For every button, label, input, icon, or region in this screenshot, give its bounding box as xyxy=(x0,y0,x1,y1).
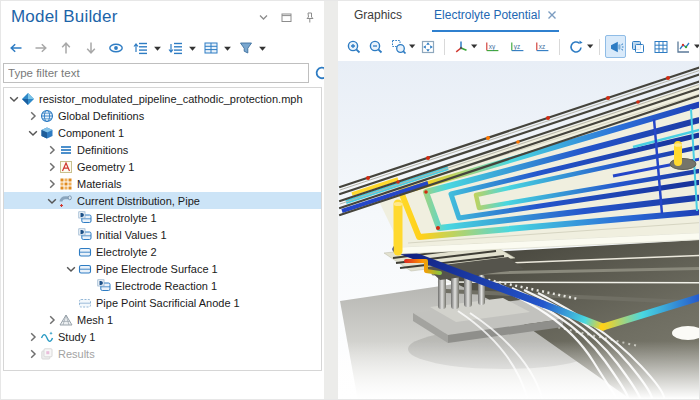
go-to-xy-view-button[interactable]: xy xyxy=(480,35,504,58)
graphics-panel: GraphicsElectrolyte Potential xyyzxz xyxy=(338,1,700,400)
chevron-expanded-icon[interactable] xyxy=(27,127,39,139)
electrolyte-potential-plot xyxy=(338,61,700,400)
close-tab-icon[interactable] xyxy=(547,10,557,20)
tree-item-definitions[interactable]: Definitions xyxy=(4,141,321,158)
tree-item-label: Initial Values 1 xyxy=(96,229,167,241)
node-plain-icon xyxy=(78,262,92,276)
panel-splitter[interactable] xyxy=(324,1,338,400)
model-builder-toolbar xyxy=(5,38,267,58)
tree-item-label: Pipe Point Sacrificial Anode 1 xyxy=(96,297,240,309)
collapse-all-menu-caret[interactable] xyxy=(153,38,162,58)
go-to-yz-view-button[interactable]: yz xyxy=(505,35,529,58)
node-plain-icon xyxy=(78,245,92,259)
tree-item-component-1[interactable]: Component 1 xyxy=(4,124,321,141)
rotate-button[interactable] xyxy=(565,35,586,58)
grid-button[interactable] xyxy=(650,35,671,58)
filter-button[interactable] xyxy=(235,37,257,59)
tree-item-geometry-1[interactable]: Geometry 1 xyxy=(4,158,321,175)
tree-item-pipe-electrode-surface-1[interactable]: Pipe Electrode Surface 1 xyxy=(4,260,321,277)
tree-item-pipe-point-sacrificial-anode-1[interactable]: Pipe Point Sacrificial Anode 1 xyxy=(4,294,321,311)
go-to-default-3d-view-button[interactable] xyxy=(450,35,471,58)
plot-settings-menu-caret[interactable] xyxy=(693,37,700,57)
go-to-xz-view-button[interactable]: xz xyxy=(530,35,554,58)
expander-spacer xyxy=(65,246,77,258)
tab-label: Graphics xyxy=(354,8,402,22)
chevron-expanded-icon[interactable] xyxy=(46,195,58,207)
node-d-icon xyxy=(97,279,111,293)
zoom-in-button[interactable] xyxy=(343,35,364,58)
filter-input[interactable] xyxy=(3,63,309,83)
tree-item-study-1[interactable]: Study 1 xyxy=(4,328,321,345)
tree-item-label: Electrode Reaction 1 xyxy=(115,280,217,292)
plot-settings-button[interactable] xyxy=(672,35,693,58)
tree-item-results[interactable]: Results xyxy=(4,345,321,362)
chevron-down-icon[interactable] xyxy=(257,11,270,24)
tree-item-electrolyte-1[interactable]: Electrolyte 1 xyxy=(4,209,321,226)
chevron-collapsed-icon[interactable] xyxy=(27,348,39,360)
expander-spacer xyxy=(84,280,96,292)
expand-all-menu-caret[interactable] xyxy=(188,38,197,58)
tab-electrolyte-potential[interactable]: Electrolyte Potential xyxy=(432,2,559,32)
svg-text:xy: xy xyxy=(489,43,496,51)
expander-spacer xyxy=(65,229,77,241)
collapse-all-button[interactable] xyxy=(130,37,152,59)
tree-item-initial-values-1[interactable]: Initial Values 1 xyxy=(4,226,321,243)
definitions-icon xyxy=(59,143,73,157)
chevron-collapsed-icon[interactable] xyxy=(27,110,39,122)
tree-item-current-distribution-pipe[interactable]: Current Distribution, Pipe xyxy=(4,192,321,209)
tree-item-label: resistor_modulated_pipeline_cathodic_pro… xyxy=(39,93,303,105)
model-tree-node-text-menu-caret[interactable] xyxy=(223,38,232,58)
tree-item-electrolyte-2[interactable]: Electrolyte 2 xyxy=(4,243,321,260)
back-button[interactable] xyxy=(5,37,27,59)
pin-icon[interactable] xyxy=(303,11,316,24)
expand-all-button[interactable] xyxy=(165,37,187,59)
model-tree-node-text-button[interactable] xyxy=(200,37,222,59)
go-to-default-3d-view-menu-caret[interactable] xyxy=(470,37,478,57)
tab-graphics[interactable]: Graphics xyxy=(352,2,404,32)
chevron-collapsed-icon[interactable] xyxy=(46,161,58,173)
tree-item-resistor-modulated-pipeline-cathodic-protection-mph[interactable]: resistor_modulated_pipeline_cathodic_pro… xyxy=(4,90,321,107)
tab-label: Electrolyte Potential xyxy=(434,8,540,22)
chevron-expanded-icon[interactable] xyxy=(8,93,20,105)
graphics-tabbar: GraphicsElectrolyte Potential xyxy=(338,1,700,32)
zoom-box-button[interactable] xyxy=(388,35,409,58)
tree-item-label: Electrolyte 2 xyxy=(96,246,157,258)
node-dashed-icon xyxy=(78,296,92,310)
expander-spacer xyxy=(65,297,77,309)
chevron-collapsed-icon[interactable] xyxy=(27,331,39,343)
tree-item-global-definitions[interactable]: Global Definitions xyxy=(4,107,321,124)
panel-title: Model Builder xyxy=(11,7,118,27)
tree-item-label: Study 1 xyxy=(58,331,95,343)
tree-item-electrode-reaction-1[interactable]: Electrode Reaction 1 xyxy=(4,277,321,294)
chevron-expanded-icon[interactable] xyxy=(65,263,77,275)
float-window-icon[interactable] xyxy=(280,11,293,24)
mph-file-icon xyxy=(21,92,35,106)
transparency-button[interactable] xyxy=(627,35,648,58)
zoom-out-button[interactable] xyxy=(365,35,386,58)
window-controls xyxy=(257,11,316,24)
move-down-button[interactable] xyxy=(80,37,102,59)
rotate-menu-caret[interactable] xyxy=(586,37,594,57)
scene-light-button[interactable] xyxy=(605,35,626,58)
zoom-extents-button[interactable] xyxy=(418,35,439,58)
toolbar-separator xyxy=(559,39,560,55)
move-up-button[interactable] xyxy=(55,37,77,59)
filter-row xyxy=(3,62,322,83)
tree-item-materials[interactable]: Materials xyxy=(4,175,321,192)
tree-item-label: Electrolyte 1 xyxy=(96,212,157,224)
zoom-box-menu-caret[interactable] xyxy=(408,37,416,57)
show-button[interactable] xyxy=(105,37,127,59)
filter-menu-caret[interactable] xyxy=(258,38,267,58)
tree-item-mesh-1[interactable]: Mesh 1 xyxy=(4,311,321,328)
materials-icon xyxy=(59,177,73,191)
chevron-collapsed-icon[interactable] xyxy=(46,178,58,190)
tree-item-label: Global Definitions xyxy=(58,110,144,122)
node-d-icon xyxy=(78,211,92,225)
geometry-icon xyxy=(59,160,73,174)
tree-item-label: Pipe Electrode Surface 1 xyxy=(96,263,218,275)
svg-text:yz: yz xyxy=(514,43,520,51)
chevron-collapsed-icon[interactable] xyxy=(46,144,58,156)
graphics-canvas[interactable] xyxy=(338,61,700,400)
chevron-collapsed-icon[interactable] xyxy=(46,314,58,326)
forward-button[interactable] xyxy=(30,37,52,59)
